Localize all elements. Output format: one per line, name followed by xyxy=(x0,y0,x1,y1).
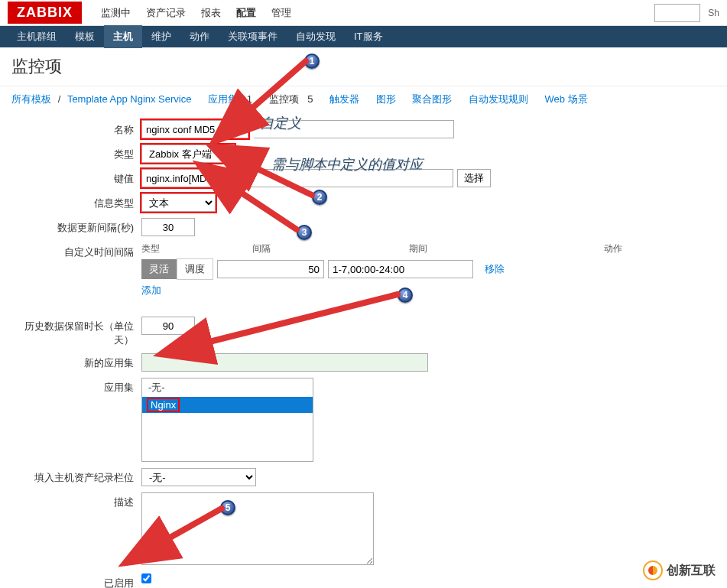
input-history[interactable] xyxy=(141,317,195,335)
select-datatype[interactable]: 文本 xyxy=(141,193,216,212)
menu-monitoring[interactable]: 监测中 xyxy=(93,0,138,26)
menu-inventory[interactable]: 资产记录 xyxy=(138,0,193,26)
bc-item-count: 5 xyxy=(307,93,313,105)
nav-correlation[interactable]: 关联项事件 xyxy=(219,25,287,48)
label-custom-interval: 自定义时间间隔 xyxy=(11,242,141,259)
select-inventory[interactable]: -无- xyxy=(141,468,256,486)
breadcrumb: 所有模板 / Template App Nginx Service 应用集 1 … xyxy=(0,86,727,112)
brand-icon xyxy=(643,560,663,580)
navbar: 主机群组 模板 主机 维护 动作 关联项事件 自动发现 IT服务 xyxy=(0,26,727,47)
label-datatype: 信息类型 xyxy=(11,193,141,210)
input-name-ext[interactable] xyxy=(254,120,454,138)
bc-triggers[interactable]: 触发器 xyxy=(329,93,359,105)
col-action: 动作 xyxy=(604,242,622,255)
menu-reports[interactable]: 报表 xyxy=(193,0,229,26)
nav-itservices[interactable]: IT服务 xyxy=(345,25,392,48)
listbox-appset[interactable]: -无- Nginx xyxy=(141,378,313,462)
page-title: 监控项 xyxy=(0,47,727,86)
bc-appset-count: 1 xyxy=(247,93,252,105)
nav-discovery[interactable]: 自动发现 xyxy=(287,25,345,48)
search-input[interactable] xyxy=(654,4,700,22)
brand-text: 创新互联 xyxy=(667,563,716,579)
header-top: ZABBIX 监测中 资产记录 报表 配置 管理 Sh xyxy=(0,0,727,26)
footer-brand: 创新互联 xyxy=(643,560,716,580)
form-area: 名称 类型 Zabbix 客户端 键值 选择 信息类型 文本 数据更新间隔(秒)… xyxy=(0,112,727,588)
bc-sep: / xyxy=(58,93,61,105)
input-key-ext[interactable] xyxy=(229,169,453,187)
bc-discovery-rules[interactable]: 自动发现规则 xyxy=(469,93,528,105)
input-new-appset[interactable] xyxy=(141,353,428,372)
col-period: 期间 xyxy=(409,242,558,255)
label-name: 名称 xyxy=(11,120,141,137)
label-inventory: 填入主机资产纪录栏位 xyxy=(11,468,141,485)
nav-maintenance[interactable]: 维护 xyxy=(142,25,180,48)
textarea-description[interactable] xyxy=(141,492,374,565)
tab-scheduling[interactable]: 调度 xyxy=(177,258,213,280)
label-key: 键值 xyxy=(11,169,141,186)
label-desc: 描述 xyxy=(11,492,141,509)
app-item-nginx[interactable]: Nginx xyxy=(142,397,313,413)
bc-graphs[interactable]: 图形 xyxy=(376,93,396,105)
top-menu: 监测中 资产记录 报表 配置 管理 xyxy=(93,0,299,26)
share-icon[interactable]: Sh xyxy=(708,8,719,18)
col-type: 类型 xyxy=(141,242,206,255)
header-right: Sh xyxy=(654,4,719,22)
bc-all-templates[interactable]: 所有模板 xyxy=(11,93,51,105)
label-new-appset: 新的应用集 xyxy=(11,353,141,370)
label-history: 历史数据保留时长（单位天） xyxy=(11,317,141,347)
bc-template-name[interactable]: Template App Nginx Service xyxy=(67,93,192,105)
menu-administration[interactable]: 管理 xyxy=(264,0,299,26)
link-add-interval[interactable]: 添加 xyxy=(141,284,161,297)
input-key[interactable] xyxy=(141,169,229,187)
menu-configuration[interactable]: 配置 xyxy=(229,0,264,26)
logo[interactable]: ZABBIX xyxy=(8,2,82,24)
app-item-none[interactable]: -无- xyxy=(142,378,313,397)
label-enabled: 已启用 xyxy=(11,573,141,588)
input-custom-interval[interactable] xyxy=(217,260,324,278)
input-custom-period[interactable] xyxy=(328,260,473,278)
label-appset: 应用集 xyxy=(11,378,141,395)
nav-hostgroups[interactable]: 主机群组 xyxy=(8,25,66,48)
label-interval: 数据更新间隔(秒) xyxy=(11,218,141,235)
link-remove-interval[interactable]: 移除 xyxy=(485,262,505,276)
checkbox-enabled[interactable] xyxy=(141,573,151,583)
button-key-select[interactable]: 选择 xyxy=(457,169,491,187)
bc-screens[interactable]: 聚合图形 xyxy=(412,93,452,105)
label-type: 类型 xyxy=(11,145,141,161)
col-interval: 间隔 xyxy=(252,242,363,255)
nav-actions[interactable]: 动作 xyxy=(180,25,219,48)
bc-appset[interactable]: 应用集 xyxy=(208,93,238,105)
bc-web[interactable]: Web 场景 xyxy=(545,93,588,105)
tab-flexible[interactable]: 灵活 xyxy=(141,259,177,279)
nav-hosts[interactable]: 主机 xyxy=(104,25,142,48)
select-type[interactable]: Zabbix 客户端 xyxy=(141,145,235,163)
bc-item[interactable]: 监控项 xyxy=(269,93,299,105)
input-name[interactable] xyxy=(141,120,248,138)
input-interval[interactable] xyxy=(141,218,195,236)
nav-templates[interactable]: 模板 xyxy=(66,25,104,48)
